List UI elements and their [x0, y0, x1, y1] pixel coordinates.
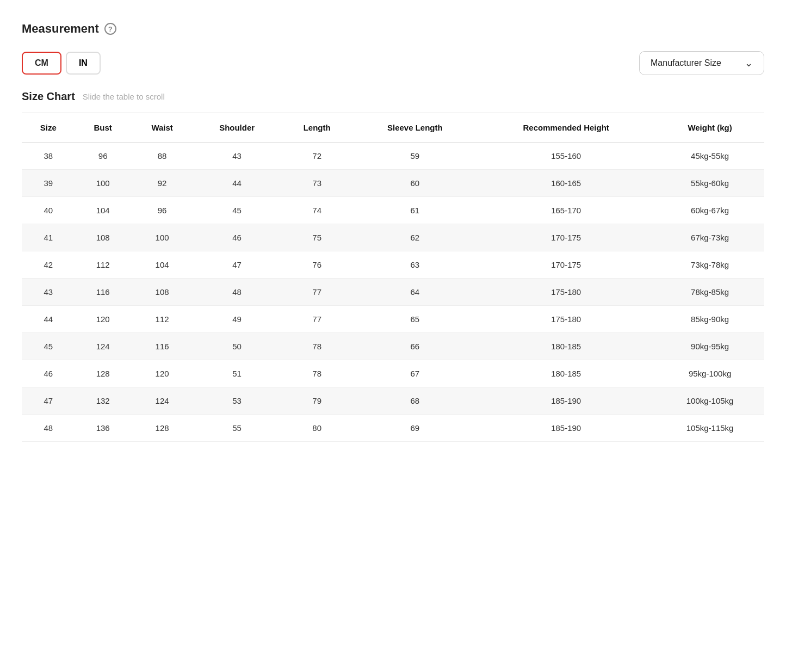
table-cell: 55: [193, 415, 281, 442]
table-cell: 95kg-100kg: [655, 360, 764, 387]
table-cell: 72: [281, 143, 354, 170]
table-cell: 59: [353, 143, 476, 170]
table-cell: 47: [22, 387, 75, 415]
table-row: 43116108487764175-18078kg-85kg: [22, 279, 764, 306]
table-cell: 100: [131, 224, 193, 251]
table-cell: 38: [22, 143, 75, 170]
table-cell: 185-190: [476, 387, 655, 415]
table-row: 4010496457461165-17060kg-67kg: [22, 197, 764, 224]
table-row: 42112104477663170-17573kg-78kg: [22, 251, 764, 279]
table-cell: 69: [353, 415, 476, 442]
table-cell: 39: [22, 170, 75, 197]
table-cell: 78: [281, 333, 354, 360]
table-row: 48136128558069185-190105kg-115kg: [22, 415, 764, 442]
table-cell: 48: [193, 279, 281, 306]
table-cell: 128: [131, 415, 193, 442]
table-cell: 180-185: [476, 333, 655, 360]
table-row: 46128120517867180-18595kg-100kg: [22, 360, 764, 387]
table-cell: 128: [75, 360, 131, 387]
cm-button[interactable]: CM: [22, 52, 61, 75]
table-cell: 78kg-85kg: [655, 279, 764, 306]
table-cell: 44: [193, 170, 281, 197]
table-cell: 112: [75, 251, 131, 279]
table-cell: 73kg-78kg: [655, 251, 764, 279]
table-cell: 88: [131, 143, 193, 170]
table-cell: 124: [131, 387, 193, 415]
size-chart-title: Size Chart: [22, 90, 75, 103]
table-cell: 73: [281, 170, 354, 197]
table-row: 3910092447360160-16555kg-60kg: [22, 170, 764, 197]
table-cell: 62: [353, 224, 476, 251]
chevron-down-icon: ⌄: [745, 57, 753, 69]
table-cell: 104: [131, 251, 193, 279]
table-cell: 136: [75, 415, 131, 442]
table-cell: 49: [193, 306, 281, 333]
col-weight: Weight (kg): [655, 113, 764, 143]
table-cell: 43: [22, 279, 75, 306]
table-cell: 185-190: [476, 415, 655, 442]
table-cell: 180-185: [476, 360, 655, 387]
table-cell: 100kg-105kg: [655, 387, 764, 415]
col-shoulder: Shoulder: [193, 113, 281, 143]
unit-buttons-group: CM IN: [22, 52, 105, 75]
table-cell: 108: [75, 224, 131, 251]
table-cell: 165-170: [476, 197, 655, 224]
table-header-row: Size Bust Waist Shoulder Length Sleeve L…: [22, 113, 764, 143]
table-row: 389688437259155-16045kg-55kg: [22, 143, 764, 170]
table-cell: 65: [353, 306, 476, 333]
unit-toggle-row: CM IN Manufacturer Size ⌄: [22, 51, 764, 75]
help-icon[interactable]: ?: [104, 23, 116, 35]
col-waist: Waist: [131, 113, 193, 143]
table-cell: 40: [22, 197, 75, 224]
table-cell: 100: [75, 170, 131, 197]
table-cell: 132: [75, 387, 131, 415]
table-row: 45124116507866180-18590kg-95kg: [22, 333, 764, 360]
table-cell: 155-160: [476, 143, 655, 170]
table-cell: 77: [281, 306, 354, 333]
table-cell: 78: [281, 360, 354, 387]
table-cell: 66: [353, 333, 476, 360]
table-cell: 60: [353, 170, 476, 197]
col-bust: Bust: [75, 113, 131, 143]
col-recommended-height: Recommended Height: [476, 113, 655, 143]
table-cell: 46: [22, 360, 75, 387]
table-cell: 41: [22, 224, 75, 251]
table-cell: 170-175: [476, 224, 655, 251]
col-length: Length: [281, 113, 354, 143]
table-cell: 61: [353, 197, 476, 224]
measurement-header: Measurement ?: [22, 22, 764, 36]
table-cell: 47: [193, 251, 281, 279]
table-cell: 46: [193, 224, 281, 251]
table-cell: 42: [22, 251, 75, 279]
table-row: 44120112497765175-18085kg-90kg: [22, 306, 764, 333]
in-button[interactable]: IN: [66, 52, 101, 75]
col-sleeve-length: Sleeve Length: [353, 113, 476, 143]
table-cell: 79: [281, 387, 354, 415]
table-cell: 44: [22, 306, 75, 333]
table-cell: 67: [353, 360, 476, 387]
manufacturer-size-label: Manufacturer Size: [651, 58, 721, 68]
table-cell: 112: [131, 306, 193, 333]
slide-hint: Slide the table to scroll: [83, 92, 165, 101]
table-row: 41108100467562170-17567kg-73kg: [22, 224, 764, 251]
size-chart-header: Size Chart Slide the table to scroll: [22, 90, 764, 103]
table-cell: 67kg-73kg: [655, 224, 764, 251]
table-cell: 45kg-55kg: [655, 143, 764, 170]
table-cell: 92: [131, 170, 193, 197]
col-size: Size: [22, 113, 75, 143]
table-cell: 80: [281, 415, 354, 442]
table-cell: 116: [131, 333, 193, 360]
table-cell: 51: [193, 360, 281, 387]
table-cell: 60kg-67kg: [655, 197, 764, 224]
table-cell: 170-175: [476, 251, 655, 279]
size-chart-table: Size Bust Waist Shoulder Length Sleeve L…: [22, 113, 764, 442]
table-cell: 96: [131, 197, 193, 224]
table-cell: 124: [75, 333, 131, 360]
table-cell: 85kg-90kg: [655, 306, 764, 333]
table-cell: 74: [281, 197, 354, 224]
table-cell: 43: [193, 143, 281, 170]
table-cell: 45: [193, 197, 281, 224]
table-cell: 76: [281, 251, 354, 279]
table-cell: 120: [75, 306, 131, 333]
manufacturer-size-dropdown[interactable]: Manufacturer Size ⌄: [639, 51, 764, 75]
